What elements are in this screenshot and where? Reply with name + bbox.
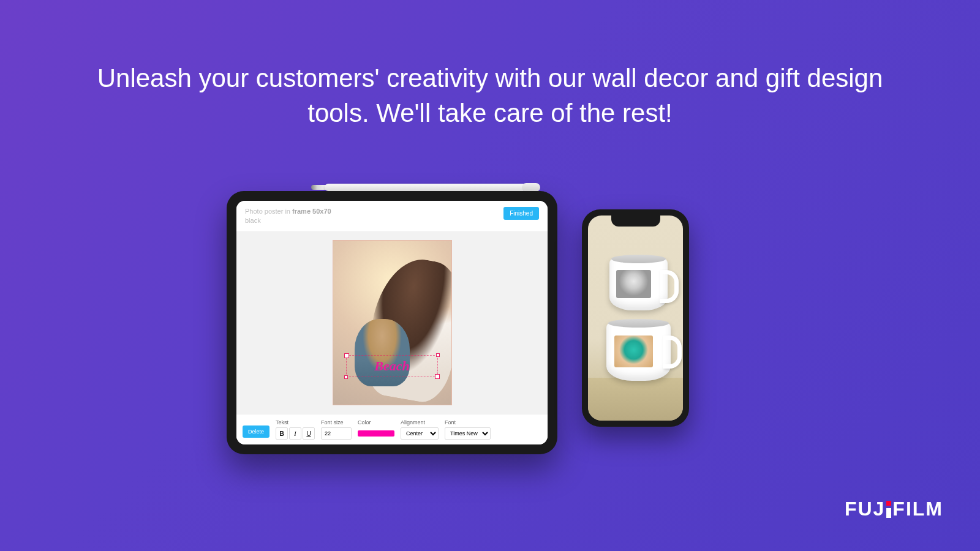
product-shelf: [588, 378, 683, 421]
poster-frame[interactable]: Beach: [333, 240, 452, 405]
text-overlay-selection[interactable]: Beach: [346, 355, 438, 377]
color-group: Color: [358, 419, 394, 437]
fontsize-label: Font size: [321, 419, 352, 425]
headline: Unleash your customers' creativity with …: [92, 61, 888, 130]
text-label: Tekst: [276, 419, 315, 425]
mug-photo: [614, 335, 653, 367]
text-style-group: Tekst B I U: [276, 419, 315, 440]
text-toolbar: Delete Tekst B I U Font size Color: [236, 414, 548, 444]
font-group: Font Times New: [445, 419, 491, 440]
product-prefix: Photo poster in: [245, 208, 292, 215]
brand-seg1: FUJ: [845, 498, 885, 520]
mug-photo: [616, 270, 651, 299]
italic-button[interactable]: I: [289, 427, 301, 440]
font-select[interactable]: Times New: [445, 427, 491, 440]
photo-mug-top: [609, 258, 668, 310]
fontsize-input[interactable]: [321, 427, 352, 440]
product-frame-size: frame 50x70: [292, 208, 331, 215]
underline-button[interactable]: U: [303, 427, 315, 440]
product-title: Photo poster in frame 50x70 black: [245, 207, 331, 225]
phone-mockup: [582, 209, 689, 427]
brand-i-icon: [886, 501, 891, 518]
promo-slide: Unleash your customers' creativity with …: [0, 0, 980, 551]
color-swatch[interactable]: [358, 430, 394, 437]
brand-seg2: FILM: [892, 498, 943, 520]
phone-notch: [611, 216, 660, 227]
photo-mug-bottom: [606, 323, 671, 381]
delete-button[interactable]: Delete: [243, 425, 270, 438]
product-color: black: [245, 217, 261, 224]
tablet-mockup: Photo poster in frame 50x70 black Finish…: [227, 191, 557, 454]
tablet-screen: Photo poster in frame 50x70 black Finish…: [236, 201, 548, 444]
phone-screen: [588, 216, 683, 421]
alignment-select[interactable]: Center: [401, 427, 439, 440]
font-label: Font: [445, 419, 491, 425]
alignment-label: Alignment: [401, 419, 439, 425]
alignment-group: Alignment Center: [401, 419, 439, 440]
finished-button[interactable]: Finished: [503, 207, 539, 220]
color-label: Color: [358, 419, 394, 425]
editor-header: Photo poster in frame 50x70 black Finish…: [236, 201, 548, 232]
bold-button[interactable]: B: [276, 427, 288, 440]
design-canvas[interactable]: Beach: [236, 232, 548, 414]
fujifilm-logo: FUJ FILM: [845, 498, 943, 520]
overlay-text: Beach: [374, 358, 409, 374]
fontsize-group: Font size: [321, 419, 352, 440]
